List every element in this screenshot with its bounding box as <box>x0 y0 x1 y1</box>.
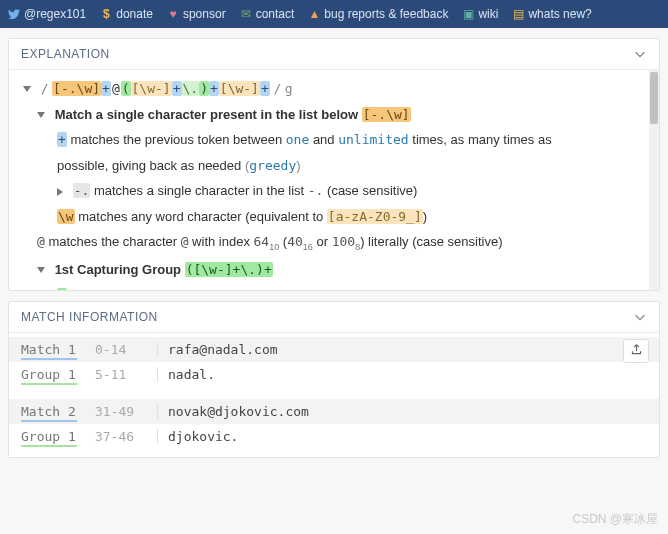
scrollbar-thumb[interactable] <box>650 72 658 124</box>
delim-close: / <box>273 81 281 96</box>
tok-plus: + <box>209 81 219 96</box>
twisty-icon[interactable] <box>37 267 45 273</box>
chevron-down-icon <box>633 47 647 61</box>
match-value: nadal. <box>157 367 647 382</box>
tok-charclass: [a-zA-Z0-9_] <box>327 209 423 224</box>
expl-heading: 1st Capturing Group <box>55 262 181 277</box>
nav-whatsnew[interactable]: ▤whats new? <box>512 7 591 21</box>
twisty-icon[interactable] <box>37 112 45 118</box>
expl-word-char: \w matches any word character (equivalen… <box>17 204 651 230</box>
twisty-icon[interactable] <box>23 86 31 92</box>
lit-chars: -. <box>308 183 324 198</box>
tok-escape: \. <box>182 81 200 96</box>
match-range: 5-11 <box>95 367 145 382</box>
mail-icon: ✉ <box>240 8 252 20</box>
regex-summary-line: / [-.\w]+@([\w-]+\.)+[\w-]+ / g <box>17 76 651 102</box>
expl-quantifier-desc-2: possible, giving back as needed (greedy) <box>17 153 651 179</box>
explanation-body: / [-.\w]+@([\w-]+\.)+[\w-]+ / g Match a … <box>9 70 659 290</box>
kw-greedy: greedy <box>249 158 296 173</box>
txt: (case sensitive) <box>323 183 417 198</box>
expl-literal-list: -. matches a single character in the lis… <box>17 178 651 204</box>
match-range: 0-14 <box>95 342 145 357</box>
nav-label: donate <box>116 7 153 21</box>
delim-open: / <box>41 81 49 96</box>
tok-plus: + <box>260 81 270 96</box>
match-info-body: Match 10-14rafa@nadal.comGroup 15-11nada… <box>9 333 659 457</box>
tok-group: ([\w-]+\.)+ <box>185 262 273 277</box>
tok-plus: + <box>57 288 67 290</box>
expl-node-charclass: Match a single character present in the … <box>17 102 651 128</box>
tok-group-open: ( <box>121 81 131 96</box>
nav-label: contact <box>256 7 295 21</box>
twitter-icon <box>8 8 20 20</box>
tok-group-close: ) <box>199 81 209 96</box>
nav-label: whats new? <box>528 7 591 21</box>
nav-regex101[interactable]: @regex101 <box>8 7 86 21</box>
txt: matches the character <box>45 234 181 249</box>
match-label: Group 1 <box>21 429 83 444</box>
nav-label: wiki <box>478 7 498 21</box>
match-value: novak@djokovic.com <box>157 404 647 419</box>
match-range: 37-46 <box>95 429 145 444</box>
flags: g <box>285 81 293 96</box>
txt: matches a single character in the list <box>90 183 308 198</box>
tok-at: @ <box>37 234 45 249</box>
num: 100 <box>332 234 355 249</box>
expl-capture-group: 1st Capturing Group ([\w-]+\.)+ <box>17 257 651 283</box>
nav-donate[interactable]: $donate <box>100 7 153 21</box>
txt: ) literally (case sensitive) <box>360 234 502 249</box>
match-row[interactable]: Match 231-49novak@djokovic.com <box>9 399 659 424</box>
book-icon: ▣ <box>462 8 474 20</box>
nav-sponsor[interactable]: ♥sponsor <box>167 7 226 21</box>
expl-quantifier-desc-3: + matches the previous token between one… <box>17 283 651 290</box>
doc-icon: ▤ <box>512 8 524 20</box>
nav-bugs[interactable]: ▲bug reports & feedback <box>308 7 448 21</box>
base: 16 <box>303 242 313 252</box>
nav-label: @regex101 <box>24 7 86 21</box>
heart-icon: ♥ <box>167 8 179 20</box>
nav-label: bug reports & feedback <box>324 7 448 21</box>
kw-one: one <box>286 288 309 290</box>
txt: ( <box>279 234 287 249</box>
match-info-header[interactable]: MATCH INFORMATION <box>9 302 659 333</box>
tok-charclass: [-.\w] <box>52 81 101 96</box>
match-value: rafa@nadal.com <box>157 342 647 357</box>
topbar: @regex101 $donate ♥sponsor ✉contact ▲bug… <box>0 0 668 28</box>
match-value: djokovic. <box>157 429 647 444</box>
match-range: 31-49 <box>95 404 145 419</box>
explanation-header[interactable]: EXPLANATION <box>9 39 659 70</box>
export-button[interactable] <box>623 339 649 363</box>
tok-plus: + <box>101 81 111 96</box>
txt: times, as many times as <box>409 288 552 290</box>
txt: and <box>309 132 338 147</box>
base: 10 <box>269 242 279 252</box>
scrollbar[interactable] <box>649 70 659 290</box>
warn-icon: ▲ <box>308 8 320 20</box>
tok-word: \w <box>57 209 75 224</box>
txt: or <box>313 234 332 249</box>
dollar-icon: $ <box>100 8 112 20</box>
kw-one: one <box>286 132 309 147</box>
txt: times, as many times as <box>409 132 552 147</box>
tok-charclass: [-.\w] <box>362 107 411 122</box>
twisty-icon[interactable] <box>57 188 63 196</box>
group-row[interactable]: Group 15-11nadal. <box>9 362 659 387</box>
group-row[interactable]: Group 137-46djokovic. <box>9 424 659 449</box>
match-label: Match 1 <box>21 342 83 357</box>
panel-title: MATCH INFORMATION <box>21 310 158 324</box>
num: 40 <box>287 234 303 249</box>
match-label: Match 2 <box>21 404 83 419</box>
tok-chars: -. <box>73 183 91 198</box>
export-icon <box>630 343 643 359</box>
nav-wiki[interactable]: ▣wiki <box>462 7 498 21</box>
tok-charclass: [\w-] <box>219 81 260 96</box>
txt: matches the previous token between <box>67 132 286 147</box>
tok-at: @ <box>111 81 121 96</box>
txt: ) <box>423 209 427 224</box>
nav-contact[interactable]: ✉contact <box>240 7 295 21</box>
expl-at-literal: @ matches the character @ with index 641… <box>17 229 651 257</box>
txt: possible, giving back as needed <box>57 158 245 173</box>
kw-unlimited: unlimited <box>338 132 408 147</box>
tok-plus: + <box>172 81 182 96</box>
match-row[interactable]: Match 10-14rafa@nadal.com <box>9 337 659 362</box>
